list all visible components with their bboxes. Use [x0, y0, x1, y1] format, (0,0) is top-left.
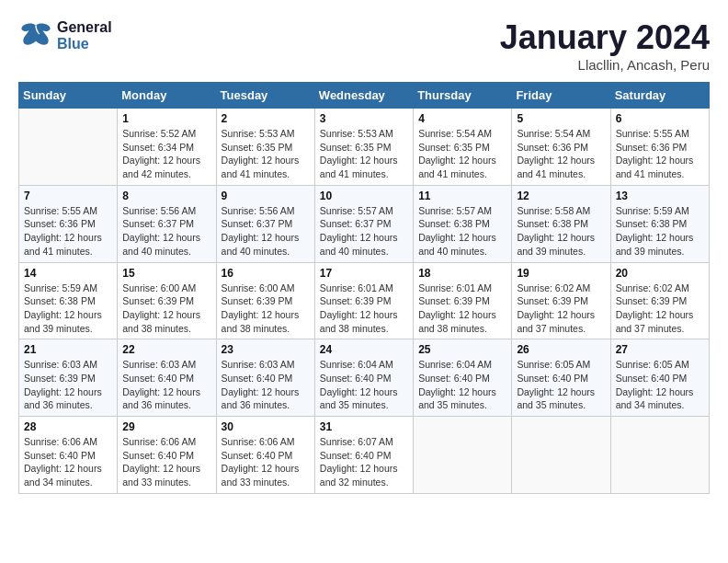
- calendar-cell: 29Sunrise: 6:06 AM Sunset: 6:40 PM Dayli…: [118, 417, 216, 494]
- calendar-cell: 7Sunrise: 5:55 AM Sunset: 6:36 PM Daylig…: [19, 185, 118, 262]
- calendar-cell: 2Sunrise: 5:53 AM Sunset: 6:35 PM Daylig…: [216, 109, 314, 186]
- day-info: Sunrise: 6:00 AM Sunset: 6:39 PM Dayligh…: [222, 282, 310, 336]
- calendar-cell: 25Sunrise: 6:04 AM Sunset: 6:40 PM Dayli…: [414, 339, 512, 417]
- day-number: 17: [320, 267, 408, 280]
- day-info: Sunrise: 5:54 AM Sunset: 6:35 PM Dayligh…: [418, 127, 506, 181]
- calendar-cell: 28Sunrise: 6:06 AM Sunset: 6:40 PM Dayli…: [19, 417, 118, 494]
- day-number: 29: [122, 420, 210, 433]
- day-number: 18: [418, 267, 506, 280]
- calendar-cell: 5Sunrise: 5:54 AM Sunset: 6:36 PM Daylig…: [512, 109, 610, 186]
- weekday-header-friday: Friday: [512, 83, 610, 109]
- day-info: Sunrise: 6:03 AM Sunset: 6:39 PM Dayligh…: [24, 358, 112, 412]
- calendar-cell: [610, 417, 709, 494]
- calendar-cell: 4Sunrise: 5:54 AM Sunset: 6:35 PM Daylig…: [414, 109, 512, 186]
- day-info: Sunrise: 6:06 AM Sunset: 6:40 PM Dayligh…: [222, 435, 310, 489]
- day-info: Sunrise: 6:05 AM Sunset: 6:40 PM Dayligh…: [517, 358, 605, 412]
- day-number: 2: [222, 112, 310, 125]
- day-number: 3: [320, 112, 408, 125]
- day-info: Sunrise: 6:06 AM Sunset: 6:40 PM Dayligh…: [122, 435, 210, 489]
- calendar-cell: 6Sunrise: 5:55 AM Sunset: 6:36 PM Daylig…: [610, 109, 709, 186]
- calendar-week-row: 1Sunrise: 5:52 AM Sunset: 6:34 PM Daylig…: [19, 109, 710, 186]
- logo-bird-icon: [18, 18, 53, 53]
- calendar-cell: 27Sunrise: 6:05 AM Sunset: 6:40 PM Dayli…: [610, 339, 709, 417]
- day-number: 4: [418, 112, 506, 125]
- calendar-header-row: SundayMondayTuesdayWednesdayThursdayFrid…: [19, 83, 710, 109]
- day-number: 11: [418, 190, 506, 202]
- calendar-week-row: 7Sunrise: 5:55 AM Sunset: 6:36 PM Daylig…: [19, 185, 710, 262]
- day-number: 13: [616, 190, 704, 202]
- day-number: 20: [616, 267, 704, 280]
- day-number: 15: [122, 267, 210, 280]
- calendar-cell: 1Sunrise: 5:52 AM Sunset: 6:34 PM Daylig…: [118, 109, 216, 186]
- day-number: 7: [24, 190, 112, 202]
- day-info: Sunrise: 5:59 AM Sunset: 6:38 PM Dayligh…: [616, 204, 704, 259]
- logo-general-text: General: [57, 19, 112, 36]
- day-info: Sunrise: 5:53 AM Sunset: 6:35 PM Dayligh…: [320, 127, 408, 181]
- day-number: 5: [517, 112, 605, 125]
- day-number: 28: [24, 420, 112, 433]
- day-info: Sunrise: 5:57 AM Sunset: 6:37 PM Dayligh…: [320, 204, 408, 259]
- day-info: Sunrise: 5:55 AM Sunset: 6:36 PM Dayligh…: [24, 204, 112, 259]
- calendar-cell: 31Sunrise: 6:07 AM Sunset: 6:40 PM Dayli…: [314, 417, 413, 494]
- day-info: Sunrise: 5:57 AM Sunset: 6:38 PM Dayligh…: [418, 204, 506, 259]
- day-info: Sunrise: 6:01 AM Sunset: 6:39 PM Dayligh…: [320, 282, 408, 336]
- calendar-cell: [414, 417, 512, 494]
- title-block: January 2024 Llacllin, Ancash, Peru: [500, 18, 710, 73]
- calendar-cell: 10Sunrise: 5:57 AM Sunset: 6:37 PM Dayli…: [314, 185, 413, 262]
- day-number: 16: [222, 267, 310, 280]
- day-number: 23: [222, 343, 310, 356]
- calendar-week-row: 21Sunrise: 6:03 AM Sunset: 6:39 PM Dayli…: [19, 339, 710, 417]
- day-info: Sunrise: 6:03 AM Sunset: 6:40 PM Dayligh…: [122, 358, 210, 412]
- day-number: 25: [418, 343, 506, 356]
- day-number: 9: [222, 190, 310, 202]
- day-number: 31: [320, 420, 408, 433]
- calendar-cell: 12Sunrise: 5:58 AM Sunset: 6:38 PM Dayli…: [512, 185, 610, 262]
- weekday-header-saturday: Saturday: [610, 83, 709, 109]
- calendar-cell: 30Sunrise: 6:06 AM Sunset: 6:40 PM Dayli…: [216, 417, 314, 494]
- month-title: January 2024: [500, 18, 710, 57]
- calendar-cell: 9Sunrise: 5:56 AM Sunset: 6:37 PM Daylig…: [216, 185, 314, 262]
- calendar-cell: 23Sunrise: 6:03 AM Sunset: 6:40 PM Dayli…: [216, 339, 314, 417]
- day-info: Sunrise: 5:55 AM Sunset: 6:36 PM Dayligh…: [616, 127, 704, 181]
- day-info: Sunrise: 6:03 AM Sunset: 6:40 PM Dayligh…: [222, 358, 310, 412]
- day-number: 10: [320, 190, 408, 202]
- weekday-header-monday: Monday: [118, 83, 216, 109]
- calendar-cell: 22Sunrise: 6:03 AM Sunset: 6:40 PM Dayli…: [118, 339, 216, 417]
- weekday-header-wednesday: Wednesday: [314, 83, 413, 109]
- calendar-cell: 17Sunrise: 6:01 AM Sunset: 6:39 PM Dayli…: [314, 262, 413, 339]
- day-info: Sunrise: 6:00 AM Sunset: 6:39 PM Dayligh…: [122, 282, 210, 336]
- day-info: Sunrise: 5:58 AM Sunset: 6:38 PM Dayligh…: [517, 204, 605, 259]
- calendar-week-row: 14Sunrise: 5:59 AM Sunset: 6:38 PM Dayli…: [19, 262, 710, 339]
- location-text: Llacllin, Ancash, Peru: [500, 57, 710, 73]
- day-info: Sunrise: 5:59 AM Sunset: 6:38 PM Dayligh…: [24, 282, 112, 336]
- day-info: Sunrise: 6:01 AM Sunset: 6:39 PM Dayligh…: [418, 282, 506, 336]
- calendar-cell: [512, 417, 610, 494]
- day-number: 12: [517, 190, 605, 202]
- calendar-cell: 18Sunrise: 6:01 AM Sunset: 6:39 PM Dayli…: [414, 262, 512, 339]
- day-info: Sunrise: 6:02 AM Sunset: 6:39 PM Dayligh…: [517, 282, 605, 336]
- day-number: 6: [616, 112, 704, 125]
- calendar-cell: 26Sunrise: 6:05 AM Sunset: 6:40 PM Dayli…: [512, 339, 610, 417]
- day-info: Sunrise: 6:05 AM Sunset: 6:40 PM Dayligh…: [616, 358, 704, 412]
- weekday-header-thursday: Thursday: [414, 83, 512, 109]
- calendar-cell: 19Sunrise: 6:02 AM Sunset: 6:39 PM Dayli…: [512, 262, 610, 339]
- day-info: Sunrise: 6:07 AM Sunset: 6:40 PM Dayligh…: [320, 435, 408, 489]
- calendar-cell: 24Sunrise: 6:04 AM Sunset: 6:40 PM Dayli…: [314, 339, 413, 417]
- calendar-cell: 21Sunrise: 6:03 AM Sunset: 6:39 PM Dayli…: [19, 339, 118, 417]
- day-info: Sunrise: 5:56 AM Sunset: 6:37 PM Dayligh…: [122, 204, 210, 259]
- day-number: 22: [122, 343, 210, 356]
- weekday-header-sunday: Sunday: [19, 83, 118, 109]
- day-number: 19: [517, 267, 605, 280]
- day-info: Sunrise: 5:52 AM Sunset: 6:34 PM Dayligh…: [122, 127, 210, 181]
- logo-name: General Blue: [57, 19, 112, 52]
- day-number: 8: [122, 190, 210, 202]
- calendar-cell: 8Sunrise: 5:56 AM Sunset: 6:37 PM Daylig…: [118, 185, 216, 262]
- day-number: 24: [320, 343, 408, 356]
- day-info: Sunrise: 5:54 AM Sunset: 6:36 PM Dayligh…: [517, 127, 605, 181]
- day-info: Sunrise: 6:04 AM Sunset: 6:40 PM Dayligh…: [320, 358, 408, 412]
- calendar-table: SundayMondayTuesdayWednesdayThursdayFrid…: [18, 82, 710, 494]
- day-number: 27: [616, 343, 704, 356]
- day-number: 30: [222, 420, 310, 433]
- day-info: Sunrise: 5:56 AM Sunset: 6:37 PM Dayligh…: [222, 204, 310, 259]
- logo: General Blue: [18, 18, 112, 53]
